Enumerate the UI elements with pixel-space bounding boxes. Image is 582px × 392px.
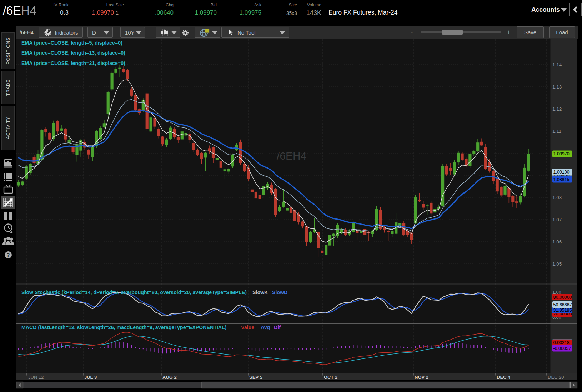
svg-text:50.66667: 50.66667 [553,302,572,307]
svg-text:1.07: 1.07 [552,217,562,222]
svg-text:EMA (price=CLOSE, length=21, d: EMA (price=CLOSE, length=21, displace=0) [21,60,125,66]
svg-text:DEC 4: DEC 4 [497,375,511,380]
svg-text:JUN 12: JUN 12 [28,375,44,380]
svg-text:NOV 2: NOV 2 [415,375,428,380]
svg-text:EMA (price=CLOSE, length=13, d: EMA (price=CLOSE, length=13, displace=0) [21,50,125,56]
svg-text:80.00000: 80.00000 [553,295,572,300]
svg-text:/6EH4: /6EH4 [277,150,306,162]
svg-text:1.14: 1.14 [552,62,562,67]
svg-text:?: ? [7,252,10,258]
svg-text:Avg: Avg [261,325,270,330]
svg-text:-0.00057: -0.00057 [553,346,571,351]
svg-text:SEP 5: SEP 5 [249,375,262,380]
svg-text:0.00218: 0.00218 [553,340,570,345]
svg-text:JUL 3: JUL 3 [84,375,97,380]
svg-text:1.09100: 1.09100 [553,170,570,175]
svg-text:MACD (fastLength=12, slowLengt: MACD (fastLength=12, slowLength=26, macd… [21,325,227,330]
svg-text:EMA (price=CLOSE, length=5, di: EMA (price=CLOSE, length=5, displace=0) [21,40,122,46]
svg-text:AUG 2: AUG 2 [162,375,177,380]
svg-text:1.11: 1.11 [552,129,561,134]
svg-text:1.08815: 1.08815 [553,177,570,182]
svg-text:Slow Stochastic (kPeriod=14, d: Slow Stochastic (kPeriod=14, dPeriod=3, … [21,290,247,295]
svg-text:1.05: 1.05 [552,261,562,267]
svg-text:Dif: Dif [274,325,281,330]
svg-text:OCT 2: OCT 2 [324,375,337,380]
svg-text:Value: Value [241,325,254,330]
svg-text:1.09970: 1.09970 [553,151,570,156]
svg-text:SlowK: SlowK [252,290,268,295]
svg-text:DEC 20: DEC 20 [548,375,564,380]
svg-text:1.12: 1.12 [552,106,562,112]
svg-text:31.85185: 31.85185 [553,308,572,313]
svg-text:SlowD: SlowD [272,290,287,295]
svg-text:1.13: 1.13 [552,84,562,90]
svg-text:1.08: 1.08 [552,195,562,200]
svg-text:1.06: 1.06 [552,239,562,245]
